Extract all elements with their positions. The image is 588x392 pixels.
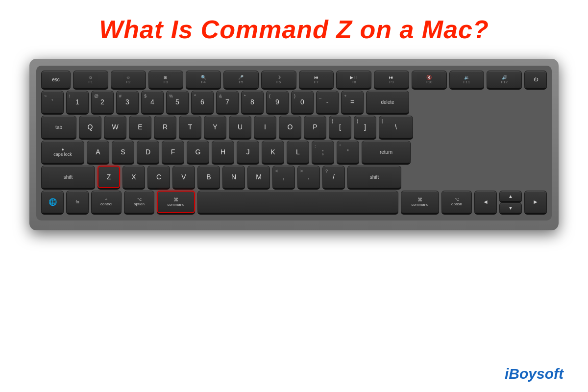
key-option-right[interactable]: ⌥ option (441, 191, 472, 213)
page-title: What Is Command Z on a Mac? (0, 0, 588, 54)
key-quote[interactable]: " ' (337, 141, 359, 163)
key-minus[interactable]: _ - (316, 91, 339, 113)
key-g[interactable]: G (187, 141, 209, 163)
asdf-row: ● caps lock A S D F G H J K L : ; " ' (41, 141, 547, 163)
key-tab[interactable]: tab (41, 116, 76, 138)
key-j[interactable]: J (237, 141, 259, 163)
key-shift-right[interactable]: shift (347, 166, 401, 188)
key-e[interactable]: E (129, 116, 151, 138)
key-1[interactable]: ! 1 (66, 91, 89, 113)
key-esc[interactable]: esc (41, 71, 71, 88)
key-i[interactable]: I (254, 116, 276, 138)
key-backslash[interactable]: | \ (379, 116, 413, 138)
key-return[interactable]: return (362, 141, 411, 163)
key-bracket-r[interactable]: } ] (354, 116, 376, 138)
key-b[interactable]: B (197, 166, 220, 188)
key-slash[interactable]: ? / (322, 166, 345, 188)
key-6[interactable]: ^ 6 (191, 91, 214, 113)
key-f7[interactable]: ⏮F7 (299, 71, 334, 88)
keyboard-container: esc ☼F1 ☼F2 ⊞F3 🔍F4 🎤F5 ☽F6 (0, 54, 588, 235)
key-s[interactable]: S (112, 141, 134, 163)
key-f6[interactable]: ☽F6 (261, 71, 296, 88)
key-c[interactable]: C (147, 166, 170, 188)
key-fn[interactable]: fn (66, 191, 89, 213)
key-capslock[interactable]: ● caps lock (41, 141, 84, 163)
key-bracket-l[interactable]: { [ (329, 116, 351, 138)
key-f[interactable]: F (162, 141, 184, 163)
key-f9[interactable]: ⏭F9 (374, 71, 409, 88)
key-a[interactable]: A (87, 141, 109, 163)
zxcv-row: shift Z X C V B N M < , > . (41, 166, 547, 188)
key-w[interactable]: W (104, 116, 126, 138)
key-f10[interactable]: 🔇F10 (412, 71, 447, 88)
key-arrow-right[interactable]: ► (524, 191, 547, 213)
key-comma[interactable]: < , (272, 166, 295, 188)
iboysoft-logo: iBoysoft (505, 366, 564, 382)
key-command-right[interactable]: ⌘ command (401, 191, 439, 213)
qwerty-row: tab Q W E R T Y U I O P { [ } ] (41, 116, 547, 138)
key-shift-left[interactable]: shift (41, 166, 95, 188)
key-k[interactable]: K (262, 141, 284, 163)
key-control[interactable]: ^ control (91, 191, 122, 213)
key-option-left[interactable]: ⌥ option (124, 191, 154, 213)
key-n[interactable]: N (222, 166, 245, 188)
key-z[interactable]: Z (98, 166, 120, 188)
key-t[interactable]: T (179, 116, 201, 138)
key-period[interactable]: > . (297, 166, 320, 188)
key-x[interactable]: X (122, 166, 145, 188)
key-v[interactable]: V (172, 166, 195, 188)
key-f12[interactable]: 🔊F12 (487, 71, 522, 88)
key-semicolon[interactable]: : ; (312, 141, 334, 163)
key-f5[interactable]: 🎤F5 (223, 71, 259, 88)
key-arrow-up[interactable]: ▲ (499, 191, 522, 201)
key-p[interactable]: P (304, 116, 326, 138)
key-equals[interactable]: + = (341, 91, 364, 113)
key-h[interactable]: H (212, 141, 234, 163)
key-4[interactable]: $ 4 (141, 91, 164, 113)
key-3[interactable]: # 3 (116, 91, 139, 113)
key-r[interactable]: R (154, 116, 176, 138)
key-delete[interactable]: delete (366, 91, 409, 113)
key-arrow-down[interactable]: ▼ (499, 202, 522, 213)
key-f8[interactable]: ▶⏸F8 (336, 71, 371, 88)
key-space[interactable] (197, 191, 398, 213)
modifier-row: 🌐 fn ^ control ⌥ option ⌘ command (41, 191, 547, 213)
key-2[interactable]: @ 2 (91, 91, 114, 113)
key-u[interactable]: U (229, 116, 251, 138)
key-y[interactable]: Y (204, 116, 226, 138)
key-o[interactable]: O (279, 116, 301, 138)
fn-row: esc ☼F1 ☼F2 ⊞F3 🔍F4 🎤F5 ☽F6 (41, 71, 547, 88)
key-5[interactable]: % 5 (166, 91, 189, 113)
key-9[interactable]: ( 9 (266, 91, 289, 113)
key-q[interactable]: Q (79, 116, 101, 138)
key-f1[interactable]: ☼F1 (73, 71, 108, 88)
key-globe[interactable]: 🌐 (41, 191, 64, 213)
key-7[interactable]: & 7 (216, 91, 239, 113)
key-0[interactable]: ) 0 (291, 91, 314, 113)
key-l[interactable]: L (287, 141, 309, 163)
key-f11[interactable]: 🔉F11 (449, 71, 485, 88)
number-row: ~ ` ! 1 @ 2 # 3 $ 4 (41, 91, 547, 113)
keyboard: esc ☼F1 ☼F2 ⊞F3 🔍F4 🎤F5 ☽F6 (29, 59, 559, 230)
key-8[interactable]: * 8 (241, 91, 264, 113)
key-f4[interactable]: 🔍F4 (186, 71, 221, 88)
key-power[interactable]: ⏻ (524, 71, 547, 88)
key-m[interactable]: M (247, 166, 270, 188)
key-tilde[interactable]: ~ ` (41, 91, 64, 113)
key-f3[interactable]: ⊞F3 (148, 71, 184, 88)
key-arrow-left[interactable]: ◄ (474, 191, 497, 213)
logo-text: Boysoft (509, 366, 564, 382)
key-d[interactable]: D (137, 141, 159, 163)
key-f2[interactable]: ☼F2 (111, 71, 146, 88)
key-command-left[interactable]: ⌘ command (157, 191, 195, 213)
